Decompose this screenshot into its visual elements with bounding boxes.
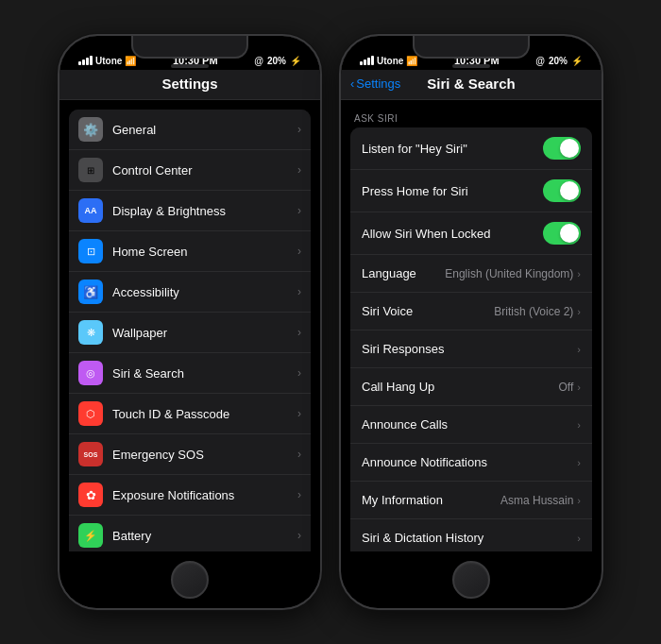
home-icon: ⊡ bbox=[78, 239, 103, 263]
settings-item-general[interactable]: ⚙️ General › bbox=[69, 110, 311, 150]
exposure-label: Exposure Notifications bbox=[112, 488, 297, 502]
press-home-toggle[interactable] bbox=[543, 179, 581, 202]
screen-1: Utone 📶 10:30 PM @ 20% ⚡ Settings ⚙️ Gen… bbox=[59, 36, 320, 608]
siri-item-announce-calls[interactable]: Announce Calls › bbox=[350, 406, 592, 444]
signal-bars-2 bbox=[360, 56, 374, 65]
siri-content: ASK SIRI Listen for "Hey Siri" Press Hom… bbox=[341, 100, 602, 551]
settings-item-sos[interactable]: SOS Emergency SOS › bbox=[69, 434, 311, 475]
touchid-arrow: › bbox=[297, 407, 301, 420]
control-center-icon: ⊞ bbox=[78, 158, 103, 182]
siri-item-dictation-history[interactable]: Siri & Dictation History › bbox=[350, 519, 592, 551]
siri-arrow: › bbox=[297, 366, 301, 380]
status-left: Utone 📶 bbox=[78, 56, 136, 66]
announce-notifications-arrow: › bbox=[577, 457, 581, 468]
siri-voice-arrow: › bbox=[577, 306, 581, 317]
accessibility-label: Accessibility bbox=[112, 285, 297, 299]
carrier-name-2: Utone bbox=[377, 56, 403, 66]
battery-label: Battery bbox=[112, 529, 297, 543]
hey-siri-label: Listen for "Hey Siri" bbox=[362, 142, 543, 156]
display-arrow: › bbox=[297, 204, 301, 217]
siri-responses-label: Siri Responses bbox=[362, 342, 577, 356]
nav-bar-2: ‹ Settings Siri & Search bbox=[341, 70, 602, 100]
siri-item-allow-locked[interactable]: Allow Siri When Locked bbox=[350, 212, 592, 255]
call-hangup-arrow: › bbox=[577, 381, 581, 393]
volume-down-button bbox=[58, 238, 59, 280]
allow-locked-toggle[interactable] bbox=[543, 222, 581, 245]
siri-item-language[interactable]: Language English (United Kingdom) › bbox=[350, 255, 592, 293]
touchid-icon: ⬡ bbox=[78, 401, 103, 426]
battery-percent: 20% bbox=[267, 56, 286, 66]
language-label: Language bbox=[362, 266, 445, 280]
dictation-history-label: Siri & Dictation History bbox=[362, 531, 577, 545]
my-info-label: My Information bbox=[362, 493, 500, 507]
home-button-area-2 bbox=[341, 551, 602, 608]
display-icon: AA bbox=[78, 198, 103, 223]
siri-item-press-home[interactable]: Press Home for Siri bbox=[350, 170, 592, 212]
phone-1: Utone 📶 10:30 PM @ 20% ⚡ Settings ⚙️ Gen… bbox=[58, 34, 322, 610]
home-label: Home Screen bbox=[112, 245, 297, 259]
hey-siri-toggle[interactable] bbox=[543, 137, 581, 160]
settings-item-home[interactable]: ⊡ Home Screen › bbox=[69, 231, 311, 272]
siri-item-hey-siri[interactable]: Listen for "Hey Siri" bbox=[350, 127, 592, 170]
settings-item-display[interactable]: AA Display & Brightness › bbox=[69, 191, 311, 231]
home-button-2[interactable] bbox=[452, 561, 490, 599]
page-title-1: Settings bbox=[161, 76, 217, 92]
signal-bars bbox=[78, 56, 93, 65]
settings-item-control-center[interactable]: ⊞ Control Center › bbox=[69, 150, 311, 191]
home-arrow: › bbox=[297, 245, 301, 258]
settings-item-touchid[interactable]: ⬡ Touch ID & Passcode › bbox=[69, 394, 311, 434]
battery-percent-2: 20% bbox=[549, 56, 568, 66]
siri-item-responses[interactable]: Siri Responses › bbox=[350, 330, 592, 368]
wallpaper-icon: ❋ bbox=[78, 320, 103, 345]
siri-item-voice[interactable]: Siri Voice British (Voice 2) › bbox=[350, 293, 592, 330]
back-button[interactable]: ‹ Settings bbox=[350, 76, 400, 91]
sos-arrow: › bbox=[297, 448, 301, 461]
battery-icon-item: ⚡ bbox=[78, 523, 103, 548]
settings-group-1: ⚙️ General › ⊞ Control Center › AA Displ… bbox=[69, 110, 311, 551]
ask-siri-header: ASK SIRI bbox=[341, 100, 602, 127]
settings-item-siri[interactable]: ◎ Siri & Search › bbox=[69, 353, 311, 394]
settings-item-accessibility[interactable]: ♿ Accessibility › bbox=[69, 272, 311, 313]
siri-icon: ◎ bbox=[78, 361, 103, 385]
announce-notifications-label: Announce Notifications bbox=[362, 455, 577, 469]
accessibility-arrow: › bbox=[297, 285, 301, 298]
dictation-history-arrow: › bbox=[577, 533, 581, 544]
general-arrow: › bbox=[297, 123, 301, 136]
battery-at-2: @ bbox=[535, 56, 545, 66]
siri-voice-value: British (Voice 2) bbox=[494, 305, 573, 318]
settings-item-battery[interactable]: ⚡ Battery › bbox=[69, 516, 311, 551]
siri-voice-label: Siri Voice bbox=[362, 304, 494, 318]
language-value: English (United Kingdom) bbox=[445, 267, 573, 280]
status-left-2: Utone 📶 bbox=[360, 56, 417, 66]
sos-icon: SOS bbox=[78, 442, 103, 466]
settings-item-exposure[interactable]: ✿ Exposure Notifications › bbox=[69, 475, 311, 516]
siri-item-callhangup[interactable]: Call Hang Up Off › bbox=[350, 368, 592, 406]
siri-item-announce-notifications[interactable]: Announce Notifications › bbox=[350, 444, 592, 482]
my-info-arrow: › bbox=[577, 495, 581, 506]
control-center-arrow: › bbox=[297, 163, 301, 177]
nav-bar-1: Settings bbox=[59, 70, 320, 100]
home-button-area bbox=[59, 551, 320, 608]
wallpaper-label: Wallpaper bbox=[112, 326, 297, 340]
display-label: Display & Brightness bbox=[112, 204, 297, 218]
announce-calls-arrow: › bbox=[577, 419, 581, 431]
touchid-label: Touch ID & Passcode bbox=[112, 407, 297, 421]
settings-content[interactable]: ⚙️ General › ⊞ Control Center › AA Displ… bbox=[59, 100, 320, 551]
siri-responses-arrow: › bbox=[577, 344, 581, 355]
wifi-icon: 📶 bbox=[125, 56, 136, 66]
page-title-2: Siri & Search bbox=[427, 76, 515, 92]
announce-calls-label: Announce Calls bbox=[362, 417, 577, 432]
home-button[interactable] bbox=[171, 561, 209, 599]
press-home-label: Press Home for Siri bbox=[362, 184, 543, 198]
allow-locked-label: Allow Siri When Locked bbox=[362, 227, 543, 241]
volume-down-button-2 bbox=[339, 238, 341, 280]
general-icon: ⚙️ bbox=[78, 117, 103, 142]
mute-button bbox=[58, 149, 59, 176]
sos-label: Emergency SOS bbox=[112, 448, 297, 462]
battery-arrow: › bbox=[297, 529, 301, 542]
phone-2: Utone 📶 10:30 PM @ 20% ⚡ ‹ Settings Siri… bbox=[339, 34, 603, 610]
siri-item-my-info[interactable]: My Information Asma Hussain › bbox=[350, 482, 592, 519]
carrier-name: Utone bbox=[95, 56, 122, 66]
screen-2: Utone 📶 10:30 PM @ 20% ⚡ ‹ Settings Siri… bbox=[341, 36, 602, 608]
settings-item-wallpaper[interactable]: ❋ Wallpaper › bbox=[69, 313, 311, 353]
